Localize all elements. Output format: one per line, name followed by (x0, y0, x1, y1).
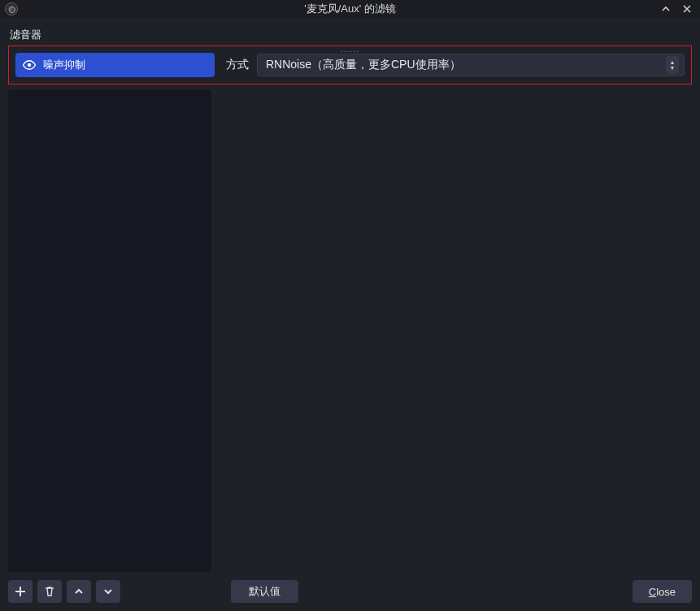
property-label: 方式 (226, 58, 249, 72)
filter-item-label: 噪声抑制 (43, 58, 85, 72)
window-close-button[interactable] (680, 2, 693, 15)
filter-properties-panel (220, 89, 692, 572)
panel-drag-handle[interactable]: ...... (341, 45, 359, 54)
bottom-toolbar: 默认值 Close (8, 580, 692, 603)
titlebar: '麦克风/Aux' 的滤镜 (0, 0, 700, 18)
move-down-button[interactable] (96, 580, 120, 603)
remove-filter-button[interactable] (37, 580, 62, 603)
filter-list-item[interactable]: 噪声抑制 (15, 53, 215, 77)
window-minimize-button[interactable] (659, 2, 672, 15)
close-button-mnemonic: C (649, 586, 656, 598)
move-up-button[interactable] (67, 580, 91, 603)
select-spinner-icon[interactable]: ▲▼ (666, 56, 679, 74)
defaults-button[interactable]: 默认值 (231, 580, 298, 603)
obs-logo-icon (5, 2, 18, 15)
close-button-rest: lose (656, 586, 676, 598)
filters-section-label: 滤音器 (10, 28, 692, 42)
method-select[interactable]: RNNoise（高质量，更多CPU使用率） ▲▼ (257, 54, 685, 76)
visibility-eye-icon[interactable] (22, 58, 37, 72)
property-row: 方式 RNNoise（高质量，更多CPU使用率） ▲▼ (226, 54, 685, 76)
close-button[interactable]: Close (633, 580, 692, 603)
window-title: '麦克风/Aux' 的滤镜 (0, 2, 700, 16)
svg-point-0 (28, 63, 32, 67)
add-filter-button[interactable] (8, 580, 33, 603)
method-select-value: RNNoise（高质量，更多CPU使用率） (266, 58, 666, 72)
filter-list-panel[interactable] (8, 89, 211, 572)
